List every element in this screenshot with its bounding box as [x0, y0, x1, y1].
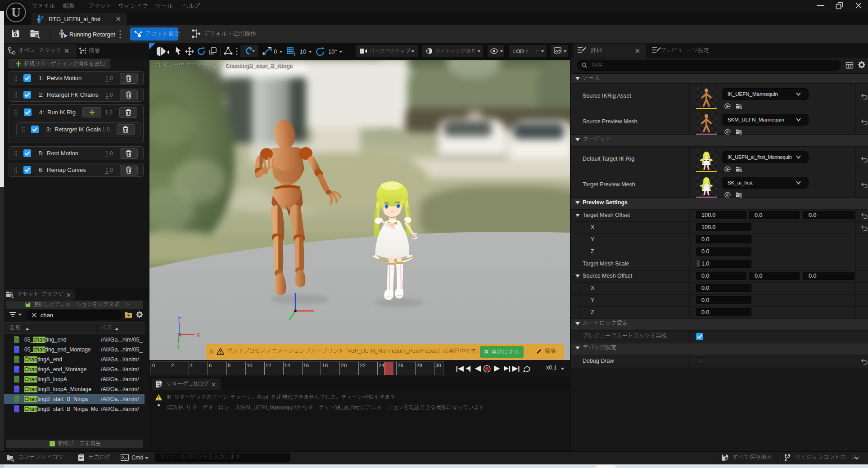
svg-text:X: X	[196, 332, 200, 338]
svg-text:Z: Z	[177, 317, 181, 323]
svg-text:Y: Y	[176, 343, 181, 350]
svg-text:U: U	[11, 5, 21, 19]
